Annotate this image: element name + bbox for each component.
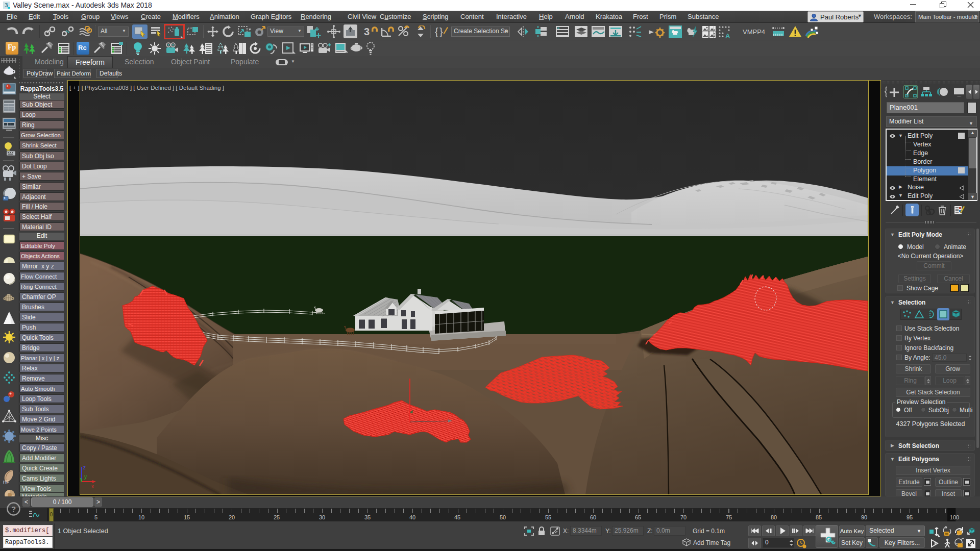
svg-text:?: ? xyxy=(11,505,16,513)
svg-text:z: z xyxy=(83,465,86,470)
svg-text:HF: HF xyxy=(3,480,9,484)
svg-text:3: 3 xyxy=(5,2,8,9)
svg-text:}: } xyxy=(439,26,443,37)
svg-text:y: y xyxy=(84,474,87,480)
svg-text:{: { xyxy=(435,26,438,37)
svg-text:A: A xyxy=(725,32,730,39)
svg-text:3: 3 xyxy=(364,26,370,37)
svg-text:x: x xyxy=(91,484,94,489)
